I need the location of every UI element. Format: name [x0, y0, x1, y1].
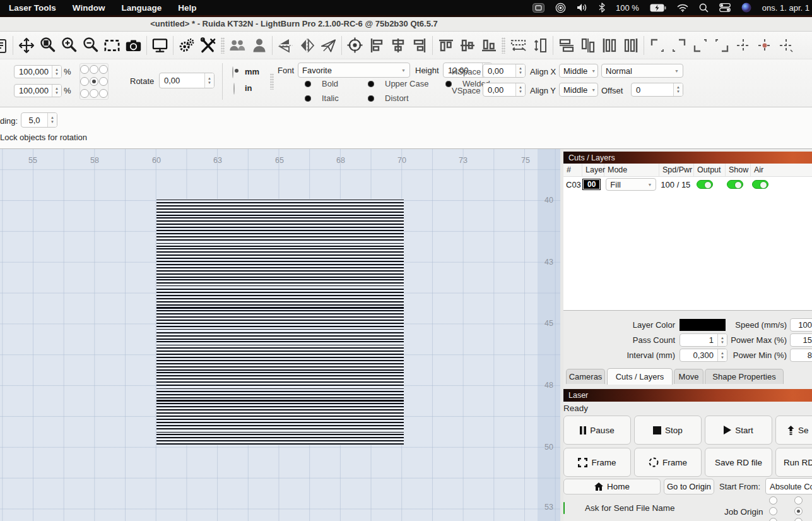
job-origin-radio[interactable] — [769, 518, 777, 521]
offset-spinner[interactable]: 0 — [631, 83, 683, 97]
layer-mode-combo[interactable]: Fill — [606, 178, 656, 191]
align-top-icon[interactable] — [437, 36, 454, 55]
tab-cameras[interactable]: Cameras — [566, 369, 605, 384]
menu-laser-tools[interactable]: Laser Tools — [9, 3, 56, 13]
frame-rubber-band-button[interactable]: Frame — [634, 448, 702, 477]
go-to-origin-button[interactable]: Go to Origin — [664, 479, 714, 494]
job-origin-radio[interactable] — [769, 507, 777, 515]
layer-show-toggle[interactable] — [727, 180, 743, 189]
frame-square-button[interactable]: Frame — [563, 448, 631, 477]
run-rd-file-button[interactable]: Run RD — [775, 448, 812, 477]
hotspot-icon[interactable] — [555, 3, 566, 13]
move-corner-br-icon[interactable] — [713, 36, 730, 55]
tab-move[interactable]: Move — [674, 369, 703, 384]
toolbar-drag-handle[interactable] — [502, 37, 505, 54]
settings-gears-icon[interactable] — [178, 36, 195, 55]
align-center-h-icon[interactable] — [389, 36, 406, 55]
align-left-icon[interactable] — [368, 36, 385, 55]
preview-icon[interactable] — [151, 36, 168, 55]
pass-count-spinner[interactable]: 1 — [680, 333, 727, 347]
align-x-combo[interactable]: Middle — [559, 64, 598, 78]
flip-vertical-icon[interactable] — [277, 36, 294, 55]
padding-spinner[interactable]: 5,0 — [21, 112, 57, 128]
job-origin-radio[interactable] — [794, 496, 803, 505]
workspace-canvas[interactable]: 55 58 60 63 65 68 70 73 75 40 43 45 48 5… — [0, 149, 560, 521]
save-rd-file-button[interactable]: Save RD file — [705, 448, 772, 477]
layer-row[interactable]: C03 00 Fill 100 / 15 — [563, 177, 812, 192]
move-center-h-icon[interactable] — [734, 36, 751, 55]
align-y-combo[interactable]: Middle — [559, 83, 598, 97]
menu-clock[interactable]: ons. 1. apr. 1 — [762, 3, 809, 13]
hspace-spinner[interactable]: 0,00 — [483, 64, 526, 78]
power-min-input[interactable]: 8 — [790, 349, 812, 362]
job-origin-radio[interactable] — [769, 496, 777, 505]
height-scale-spinner[interactable]: 100,000 — [14, 84, 62, 97]
zoom-in-icon[interactable] — [61, 36, 78, 55]
align-middle-icon[interactable] — [459, 36, 476, 55]
stop-button[interactable]: Stop — [634, 416, 702, 445]
team-icon[interactable] — [229, 36, 246, 55]
menu-window[interactable]: Window — [73, 3, 105, 13]
device-settings-icon[interactable] — [199, 36, 216, 55]
user-icon[interactable] — [250, 36, 268, 55]
unit-mm-radio[interactable] — [232, 66, 233, 78]
pause-button[interactable]: Pause — [563, 416, 631, 445]
distribute-v-icon[interactable] — [531, 36, 548, 55]
rotate-spinner[interactable]: 0,00 — [159, 73, 215, 88]
text-style-combo[interactable]: Normal — [601, 64, 683, 78]
layer-color-swatch[interactable] — [680, 319, 726, 331]
start-from-combo[interactable]: Absolute Co — [765, 478, 812, 494]
anchor-point-grid[interactable] — [79, 63, 109, 100]
pan-icon[interactable] — [18, 36, 35, 55]
align-right-icon[interactable] — [411, 36, 428, 55]
toolbar-drag-handle[interactable] — [221, 37, 225, 54]
interval-spinner[interactable]: 0,300 — [680, 349, 727, 362]
width-scale-spinner[interactable]: 100,000 — [14, 65, 62, 78]
start-button[interactable]: Start — [705, 416, 772, 445]
layer-color-chip[interactable]: 00 — [582, 179, 601, 190]
send-button[interactable]: Se — [775, 416, 812, 445]
menu-language[interactable]: Language — [121, 3, 162, 13]
cuts-layers-header[interactable]: Cuts / Layers — [563, 152, 812, 164]
align-bottom-icon[interactable] — [480, 36, 497, 55]
unit-in-radio[interactable] — [233, 83, 235, 95]
selection-marquee-icon[interactable] — [103, 36, 121, 55]
stack-h-icon[interactable] — [558, 36, 575, 55]
tab-cuts-layers[interactable]: Cuts / Layers — [607, 368, 673, 385]
bluetooth-icon[interactable] — [599, 3, 605, 13]
stack-v-icon[interactable] — [579, 36, 596, 55]
layer-output-toggle[interactable] — [697, 180, 713, 189]
tab-shape-properties[interactable]: Shape Properties — [705, 369, 784, 384]
zoom-to-page-icon[interactable] — [39, 36, 56, 55]
move-corner-tl-icon[interactable] — [649, 36, 666, 55]
trace-image-icon[interactable] — [125, 36, 142, 55]
job-origin-radio[interactable] — [794, 518, 803, 521]
spotlight-search-icon[interactable] — [699, 3, 709, 13]
window-title-bar[interactable]: <untitled> * - Ruida KT32N - LightBurn P… — [0, 17, 812, 32]
mirror-horizontal-icon[interactable] — [298, 36, 315, 55]
job-origin-radio-selected[interactable] — [794, 507, 803, 515]
menu-help[interactable]: Help — [178, 3, 196, 13]
laser-header[interactable]: Laser — [563, 389, 812, 402]
move-center-v-icon[interactable] — [777, 36, 794, 55]
siri-icon[interactable] — [741, 3, 751, 13]
fill-scan-object[interactable] — [156, 199, 404, 445]
speed-input[interactable]: 100 — [790, 318, 812, 332]
move-corner-tr-icon[interactable] — [670, 36, 687, 55]
screen-record-icon[interactable] — [533, 3, 544, 13]
move-corner-bl-icon[interactable] — [691, 36, 709, 55]
push-right-icon[interactable] — [622, 36, 639, 55]
zoom-out-icon[interactable] — [82, 36, 99, 55]
volume-icon[interactable] — [577, 3, 588, 12]
wifi-icon[interactable] — [677, 4, 688, 12]
layer-list[interactable]: C03 00 Fill 100 / 15 — [563, 177, 812, 311]
vspace-spinner[interactable]: 0,00 — [483, 83, 526, 97]
push-left-icon[interactable] — [601, 36, 618, 55]
move-center-icon[interactable] — [756, 36, 773, 55]
show-origin-icon[interactable] — [346, 36, 363, 55]
control-center-icon[interactable] — [719, 3, 731, 12]
distribute-h-icon[interactable] — [510, 36, 527, 55]
paste-icon[interactable] — [0, 36, 8, 55]
font-combo[interactable]: Favorite — [298, 63, 410, 78]
send-to-laser-icon[interactable] — [320, 36, 337, 55]
